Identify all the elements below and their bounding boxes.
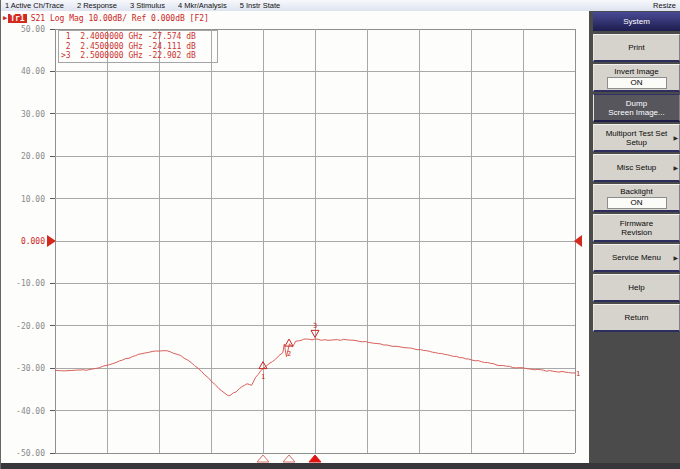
softkey-multiport-test-set-setup[interactable]: Multiport Test SetSetup▶ — [593, 124, 680, 152]
y-axis-label: 40.00 — [21, 67, 45, 76]
y-axis-label: 50.00 — [21, 25, 45, 34]
stimulus-marker-2-icon[interactable] — [283, 455, 295, 462]
softkey-firmware-revision[interactable]: FirmwareRevision — [593, 214, 680, 242]
softkey-label: Revision — [621, 228, 652, 237]
submenu-arrow-icon: ▶ — [673, 253, 678, 262]
measurement-plot: 50.0040.0030.0020.0010.000.000-10.00-20.… — [1, 11, 589, 463]
softkey-label: Dump — [626, 99, 647, 108]
y-axis-label: 20.00 — [21, 152, 45, 161]
softkey-label: Return — [624, 313, 648, 322]
resize-button[interactable]: Resize — [653, 1, 680, 10]
softkey-backlight[interactable]: BacklightON — [593, 184, 680, 212]
softkey-label: Invert Image — [614, 67, 658, 76]
y-axis-label: 0.000 — [21, 237, 45, 246]
softkey-invert-image[interactable]: Invert ImageON — [593, 64, 680, 92]
marker-1-number: 1 — [261, 373, 265, 381]
softkey-label: Misc Setup — [617, 163, 657, 172]
trace-badge[interactable]: Tr1 — [8, 14, 26, 23]
stimulus-marker-3-icon-active[interactable] — [309, 455, 321, 462]
softkey-label: Setup — [626, 138, 647, 147]
submenu-arrow-icon: ▶ — [673, 133, 678, 142]
softkey-label: Help — [628, 283, 644, 292]
trace-number-label: 1 — [576, 370, 580, 378]
softkey-misc-setup[interactable]: Misc Setup▶ — [593, 154, 680, 182]
graph-area: ▶ Tr1 S21 Log Mag 10.00dB/ Ref 0.000dB [… — [1, 11, 589, 463]
menu-item-2[interactable]: 2 Response — [77, 1, 117, 10]
marker-2-number: 2 — [287, 350, 291, 358]
menu-item-1[interactable]: 1 Active Ch/Trace — [5, 1, 64, 10]
trace-params-text[interactable]: S21 Log Mag 10.00dB/ Ref 0.000dB [F2] — [31, 14, 209, 23]
menu-item-3[interactable]: 3 Stimulus — [130, 1, 165, 10]
softkey-label: Service Menu — [612, 253, 661, 262]
softkey-label: Print — [628, 43, 644, 52]
active-trace-indicator-icon: ▶ — [3, 14, 7, 22]
softkey-label: Backlight — [620, 187, 652, 196]
softkey-panel: System PrintInvert ImageONDumpScreen Ima… — [589, 11, 680, 463]
softkey-return[interactable]: Return — [593, 304, 680, 332]
menu-item-5[interactable]: 5 Instr State — [240, 1, 280, 10]
y-axis-label: -30.00 — [16, 364, 45, 373]
y-axis-label: 30.00 — [21, 110, 45, 119]
y-axis-label: 10.00 — [21, 195, 45, 204]
bottom-status-bar — [1, 463, 680, 469]
y-axis-label: -20.00 — [16, 322, 45, 331]
y-axis-label: -50.00 — [16, 449, 45, 458]
softkey-print[interactable]: Print — [593, 34, 680, 62]
menu-item-4[interactable]: 4 Mkr/Analysis — [178, 1, 227, 10]
marker-3-number: 3 — [313, 322, 317, 330]
softkey-service-menu[interactable]: Service Menu▶ — [593, 244, 680, 272]
softkey-label: Multiport Test Set — [606, 129, 668, 138]
softkey-help[interactable]: Help — [593, 274, 680, 302]
menu-items: 1 Active Ch/Trace2 Response3 Stimulus4 M… — [1, 1, 280, 10]
stimulus-marker-1-icon[interactable] — [257, 455, 269, 462]
softkey-dump-screen-image[interactable]: DumpScreen Image... — [593, 94, 680, 122]
softkey-menu-title: System — [593, 12, 680, 31]
vna-window: 1 Active Ch/Trace2 Response3 Stimulus4 M… — [0, 0, 680, 469]
submenu-arrow-icon: ▶ — [673, 163, 678, 172]
softkey-state-value: ON — [607, 77, 667, 89]
y-axis-label: -10.00 — [16, 279, 45, 288]
softkey-state-value: ON — [607, 197, 667, 209]
softkey-label: Screen Image... — [608, 108, 664, 117]
y-axis-label: -40.00 — [16, 407, 45, 416]
marker-readout-table: 1 2.4000000 GHz -27.574 dB 2 2.4500000 G… — [58, 30, 218, 63]
softkey-buttons: PrintInvert ImageONDumpScreen Image...Mu… — [593, 34, 680, 332]
trace-status-line: ▶ Tr1 S21 Log Mag 10.00dB/ Ref 0.000dB [… — [3, 12, 209, 24]
softkey-label: Firmware — [620, 219, 653, 228]
